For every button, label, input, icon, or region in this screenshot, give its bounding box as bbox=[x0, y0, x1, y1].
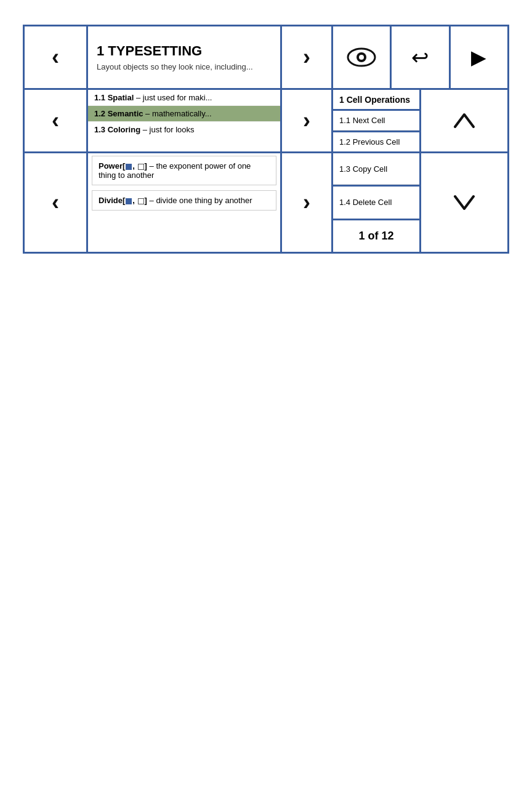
divide-desc: – divide one thing by another bbox=[150, 196, 252, 205]
list-item-1-2-label: 1.2 Semantic bbox=[94, 109, 143, 118]
right-arrow-icon: › bbox=[303, 44, 310, 70]
undo-button[interactable]: ↩ bbox=[392, 26, 448, 88]
list-item-1-2[interactable]: 1.2 Semantic – mathematically... bbox=[88, 106, 280, 122]
row3-nav-left[interactable]: ‹ bbox=[25, 153, 86, 252]
list-item-1-1[interactable]: 1.1 Spatial – just used for maki... bbox=[88, 90, 280, 106]
list-item-1-1-suffix: – just used for maki... bbox=[134, 93, 212, 102]
page-subtitle: Layout objects so they look nice, includ… bbox=[97, 62, 253, 71]
next-cell-button[interactable]: 1.1 Next Cell bbox=[333, 111, 419, 130]
row3-right-area: 1.3 Copy Cell 1.4 Delete Cell 1 of 12 bbox=[333, 153, 507, 252]
top-right-area: ↩ ▶ bbox=[333, 26, 507, 88]
main-grid: ‹ 1 TYPESETTING Layout objects so they l… bbox=[23, 25, 509, 254]
row1-nav-right[interactable]: › bbox=[282, 26, 331, 88]
cell-ops-header: 1 Cell Operations bbox=[333, 90, 419, 109]
row1-nav-left[interactable]: ‹ bbox=[25, 26, 86, 88]
delete-cell-button[interactable]: 1.4 Delete Cell bbox=[333, 187, 419, 218]
row3-nav-right[interactable]: › bbox=[282, 153, 331, 252]
row2-right-area: 1 Cell Operations 1.1 Next Cell 1.2 Prev… bbox=[333, 90, 507, 151]
list-item-1-3-label: 1.3 Coloring bbox=[94, 125, 140, 134]
copy-cell-button[interactable]: 1.3 Copy Cell bbox=[333, 153, 419, 185]
prev-cell-label: 1.2 Previous Cell bbox=[339, 137, 400, 147]
page-count-label: 1 of 12 bbox=[358, 230, 393, 243]
up-button[interactable] bbox=[421, 90, 507, 151]
list-item-1-2-suffix: – mathematically... bbox=[143, 109, 212, 118]
undo-icon: ↩ bbox=[411, 45, 429, 70]
right-arrow-2-icon: › bbox=[303, 108, 310, 134]
svg-point-2 bbox=[359, 55, 364, 60]
copy-cell-label: 1.3 Copy Cell bbox=[339, 164, 387, 174]
page-count: 1 of 12 bbox=[333, 220, 419, 252]
right-arrow-3-icon: › bbox=[303, 190, 310, 215]
divide-label: Divide[, ] bbox=[99, 196, 147, 205]
left-arrow-2-icon: ‹ bbox=[52, 108, 59, 134]
row2-nav-right[interactable]: › bbox=[282, 90, 331, 151]
divide-item[interactable]: Divide[, ] – divide one thing by another bbox=[92, 190, 276, 211]
delete-cell-label: 1.4 Delete Cell bbox=[339, 198, 392, 207]
prev-cell-button[interactable]: 1.2 Previous Cell bbox=[333, 132, 419, 151]
power-item[interactable]: Power[, ] – the exponent power of one th… bbox=[92, 156, 276, 185]
play-button[interactable]: ▶ bbox=[451, 26, 507, 88]
list-item-1-3[interactable]: 1.3 Coloring – just for looks bbox=[88, 122, 280, 137]
power-label: Power[, ] bbox=[99, 161, 147, 171]
down-button[interactable] bbox=[421, 153, 507, 252]
list-item-1-1-label: 1.1 Spatial bbox=[94, 93, 134, 102]
row2-list: 1.1 Spatial – just used for maki... 1.2 … bbox=[88, 90, 280, 151]
play-icon: ▶ bbox=[471, 46, 486, 69]
list-item-1-3-suffix: – just for looks bbox=[140, 125, 194, 134]
left-arrow-icon: ‹ bbox=[52, 44, 59, 70]
next-cell-label: 1.1 Next Cell bbox=[339, 116, 385, 125]
row1-title-cell: 1 TYPESETTING Layout objects so they loo… bbox=[88, 26, 280, 88]
page-title: 1 TYPESETTING bbox=[97, 43, 202, 59]
row3-content: Power[, ] – the exponent power of one th… bbox=[88, 153, 280, 252]
eye-icon bbox=[345, 46, 377, 68]
row2-nav-left[interactable]: ‹ bbox=[25, 90, 86, 151]
eye-button[interactable] bbox=[333, 26, 390, 88]
left-arrow-3-icon: ‹ bbox=[52, 190, 59, 215]
cell-ops-title: 1 Cell Operations bbox=[339, 95, 410, 105]
chevron-down-icon bbox=[452, 190, 477, 215]
chevron-up-icon bbox=[452, 108, 477, 133]
